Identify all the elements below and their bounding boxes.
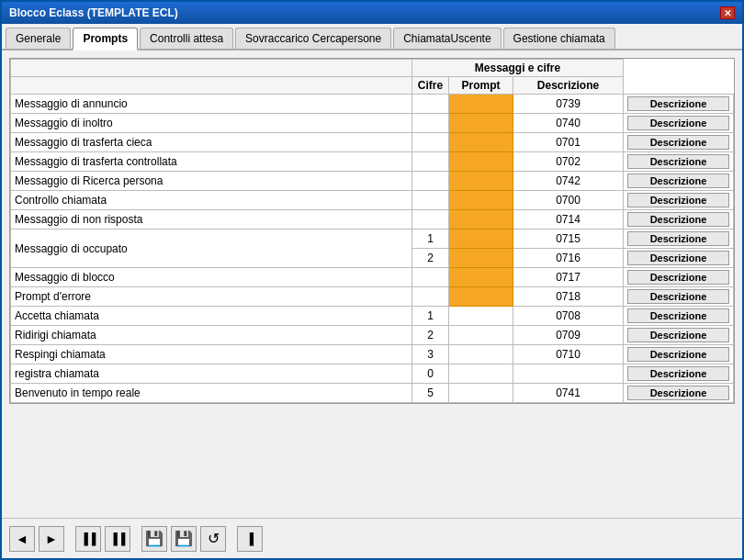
row-label: Messaggio di trasferta cieca [11, 133, 412, 152]
row-prompt: 0715 [513, 230, 624, 249]
bottom-toolbar: ◄ ► ▐▐ ▐▐ 💾 💾 ↺ ▐ [2, 518, 742, 558]
row-cifre [412, 133, 449, 152]
prompt-cell [449, 152, 513, 172]
content-area: Messaggi e cifre Cifre Prompt Descrizion… [2, 50, 742, 518]
row-cifre: 5 [412, 384, 449, 403]
save-button-2[interactable]: 💾 [171, 526, 197, 552]
row-prompt: 0714 [513, 210, 624, 230]
tab-chiamata-uscente[interactable]: ChiamataUscente [393, 28, 501, 49]
desc-button[interactable]: Descrizione [627, 96, 729, 111]
prompt-cell [449, 210, 513, 230]
tab-sovraccarico[interactable]: Sovraccarico Cercapersone [235, 28, 391, 49]
refresh-button[interactable]: ↺ [200, 526, 226, 552]
row-cifre [412, 287, 449, 307]
save-button-1[interactable]: 💾 [141, 526, 167, 552]
tab-generale[interactable]: Generale [6, 28, 71, 49]
col-desc-header: Descrizione [513, 77, 624, 95]
row-label: Messaggio di trasferta controllata [11, 152, 412, 172]
col-cifre-header: Cifre [412, 77, 449, 95]
row-cifre: 2 [412, 326, 449, 345]
tab-prompts[interactable]: Prompts [73, 28, 138, 50]
desc-cell: Descrizione [624, 191, 734, 210]
col-prompt-header: Prompt [449, 77, 513, 95]
desc-button[interactable]: Descrizione [627, 251, 729, 265]
row-prompt: 0701 [513, 133, 624, 152]
prompt-cell [449, 249, 513, 268]
prompt-cell [449, 326, 513, 345]
desc-cell: Descrizione [624, 249, 734, 268]
row-cifre: 1 [412, 307, 449, 326]
row-prompt: 0708 [513, 307, 624, 326]
row-label: Messaggio di inoltro [11, 114, 412, 133]
row-label: Respingi chiamata [11, 345, 412, 364]
row-label: Controllo chiamata [11, 191, 412, 210]
desc-button[interactable]: Descrizione [627, 270, 729, 285]
row-label: Messaggio di occupato [11, 230, 412, 268]
desc-cell: Descrizione [624, 133, 734, 152]
prompt-cell [449, 95, 513, 114]
row-label: Accetta chiamata [11, 307, 412, 326]
desc-button[interactable]: Descrizione [627, 308, 729, 323]
row-label: Messaggio di Ricerca persona [11, 172, 412, 191]
main-window: Blocco Eclass (TEMPLATE ECL) ✕ Generale … [0, 0, 744, 560]
row-prompt: 0700 [513, 191, 624, 210]
stop-button[interactable]: ▐ [237, 526, 263, 552]
desc-button[interactable]: Descrizione [627, 231, 729, 246]
prompt-cell [449, 307, 513, 326]
desc-button[interactable]: Descrizione [627, 135, 729, 150]
window-title: Blocco Eclass (TEMPLATE ECL) [9, 6, 178, 19]
desc-button[interactable]: Descrizione [627, 212, 729, 227]
desc-button[interactable]: Descrizione [627, 154, 729, 169]
desc-cell: Descrizione [624, 364, 734, 384]
data-table-container: Messaggi e cifre Cifre Prompt Descrizion… [9, 58, 735, 404]
data-table: Messaggi e cifre Cifre Prompt Descrizion… [10, 59, 734, 403]
row-prompt: 0717 [513, 268, 624, 287]
row-label: Messaggio di blocco [11, 268, 412, 287]
row-label: Prompt d'errore [11, 287, 412, 307]
desc-button[interactable]: Descrizione [627, 289, 729, 304]
prompt-cell [449, 191, 513, 210]
row-cifre [412, 95, 449, 114]
desc-cell: Descrizione [624, 268, 734, 287]
title-bar: Blocco Eclass (TEMPLATE ECL) ✕ [2, 2, 742, 24]
desc-button[interactable]: Descrizione [627, 193, 729, 207]
prompt-cell [449, 172, 513, 191]
back-button[interactable]: ◄ [9, 526, 35, 552]
desc-cell: Descrizione [624, 95, 734, 114]
tab-controlli-attesa[interactable]: Controlli attesa [140, 28, 233, 49]
desc-button[interactable]: Descrizione [627, 116, 729, 130]
prompt-cell [449, 345, 513, 364]
row-cifre [412, 114, 449, 133]
desc-button[interactable]: Descrizione [627, 174, 729, 188]
row-label: Messaggio di non risposta [11, 210, 412, 230]
tool-button-2[interactable]: ▐▐ [105, 526, 130, 552]
row-cifre [412, 268, 449, 287]
row-cifre: 0 [412, 364, 449, 384]
row-prompt: 0716 [513, 249, 624, 268]
row-cifre [412, 191, 449, 210]
row-prompt: 0741 [513, 384, 624, 403]
row-prompt: 0739 [513, 95, 624, 114]
prompt-cell [449, 287, 513, 307]
desc-cell: Descrizione [624, 230, 734, 249]
row-cifre: 3 [412, 345, 449, 364]
desc-button[interactable]: Descrizione [627, 347, 729, 362]
forward-button[interactable]: ► [39, 526, 64, 552]
desc-cell: Descrizione [624, 384, 734, 403]
row-label: Ridirigi chiamata [11, 326, 412, 345]
desc-cell: Descrizione [624, 307, 734, 326]
row-prompt: 0718 [513, 287, 624, 307]
prompt-cell [449, 268, 513, 287]
desc-button[interactable]: Descrizione [627, 328, 729, 342]
tab-gestione-chiamata[interactable]: Gestione chiamata [503, 28, 615, 49]
close-button[interactable]: ✕ [720, 6, 735, 19]
row-cifre [412, 210, 449, 230]
desc-button[interactable]: Descrizione [627, 386, 729, 400]
prompt-cell [449, 384, 513, 403]
row-cifre [412, 172, 449, 191]
row-prompt: 0702 [513, 152, 624, 172]
tool-button-1[interactable]: ▐▐ [75, 526, 101, 552]
row-prompt [513, 364, 624, 384]
desc-button[interactable]: Descrizione [627, 366, 729, 381]
desc-cell: Descrizione [624, 152, 734, 172]
